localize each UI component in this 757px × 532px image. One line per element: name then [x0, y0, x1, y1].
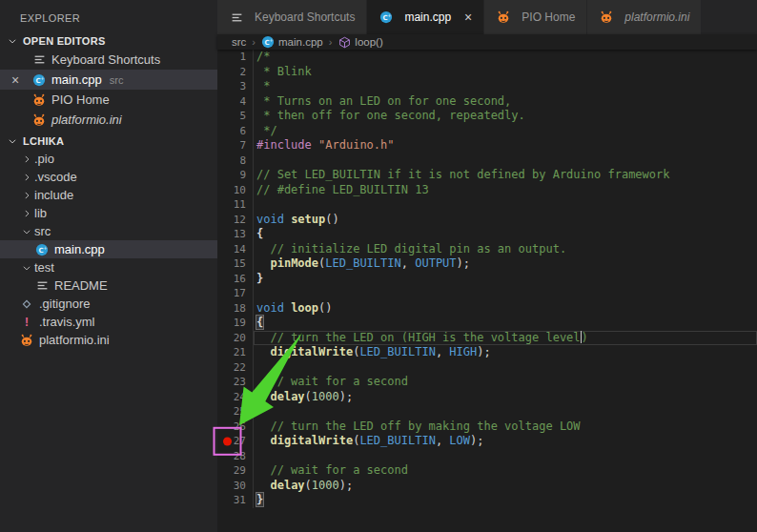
gutter[interactable]: 25: [217, 404, 253, 419]
tab-keyboard-shortcuts[interactable]: Keyboard Shortcuts: [217, 0, 367, 34]
open-editor-label: main.cpp: [51, 72, 102, 87]
chevron-right-icon[interactable]: [19, 209, 34, 218]
gutter[interactable]: 16: [217, 272, 253, 287]
gutter[interactable]: 23: [217, 375, 253, 390]
gutter[interactable]: 2: [217, 65, 253, 80]
tree-item-readme[interactable]: README: [0, 276, 217, 295]
gutter[interactable]: 17: [217, 286, 253, 301]
code-line-content[interactable]: */: [253, 124, 757, 139]
code-token: [256, 434, 270, 447]
tree-item-gitignore[interactable]: .gitignore: [0, 295, 217, 313]
code-line: 11: [217, 197, 757, 213]
gutter[interactable]: 7: [217, 138, 253, 153]
tree-item-platformio-ini[interactable]: platformio.ini: [0, 331, 217, 349]
tree-item-pio[interactable]: .pio: [0, 150, 217, 168]
open-editor-item-pio-home[interactable]: PIO Home: [0, 90, 217, 110]
chevron-down-icon[interactable]: [19, 227, 34, 236]
svg-text:+: +: [269, 37, 273, 43]
tree-item-lib[interactable]: lib: [0, 204, 217, 222]
gutter[interactable]: 13: [217, 227, 253, 242]
code-line-content[interactable]: // wait for a second: [253, 463, 757, 479]
gutter[interactable]: 6: [217, 124, 253, 139]
gutter[interactable]: 5: [217, 109, 253, 124]
gutter[interactable]: 26: [217, 419, 253, 435]
tree-item-src[interactable]: src: [0, 222, 217, 240]
gutter[interactable]: 22: [217, 360, 253, 376]
tree-item-test[interactable]: test: [0, 258, 217, 276]
code-line-content[interactable]: *: [253, 79, 757, 94]
breadcrumb-item-loop[interactable]: loop(): [338, 35, 382, 49]
code-line-content[interactable]: * Blink: [253, 65, 757, 80]
gutter[interactable]: 28: [217, 449, 253, 464]
code-line-content[interactable]: {: [253, 316, 757, 331]
gutter[interactable]: 8: [217, 153, 253, 169]
code-line-content[interactable]: // initialize LED digital pin as an outp…: [253, 242, 757, 257]
open-editor-item-main-cpp[interactable]: ×C+main.cppsrc: [0, 70, 217, 90]
code-line-content[interactable]: [253, 153, 757, 169]
gutter[interactable]: 15: [217, 256, 253, 272]
code-line-content[interactable]: [253, 360, 757, 376]
code-line-content[interactable]: delay(1000);: [253, 390, 757, 405]
open-editor-item-platformio-ini[interactable]: platformio.ini: [0, 110, 217, 130]
code-line-content[interactable]: * Turns on an LED on for one second,: [253, 94, 757, 110]
code-line-content[interactable]: digitalWrite(LED_BUILTIN, LOW);: [253, 434, 757, 449]
code-line-content[interactable]: pinMode(LED_BUILTIN, OUTPUT);: [253, 256, 757, 272]
gutter[interactable]: 18: [217, 301, 253, 317]
code-line-content[interactable]: [253, 197, 757, 213]
breadcrumb-item-src[interactable]: src: [232, 36, 246, 48]
gutter[interactable]: 24: [217, 390, 253, 405]
tree-item-travis-yml[interactable]: !.travis.yml: [0, 313, 217, 331]
code-line-content[interactable]: digitalWrite(LED_BUILTIN, HIGH);: [253, 345, 757, 360]
code-line-content[interactable]: }: [253, 272, 757, 287]
code-line-content[interactable]: // turn the LED off by making the voltag…: [253, 419, 757, 435]
code-line-content[interactable]: }: [253, 493, 757, 508]
code-line-content[interactable]: * then off for one second, repeatedly.: [253, 109, 757, 124]
code-line-content[interactable]: // turn the LED on (HIGH is the voltage …: [253, 331, 757, 346]
breadcrumb-item-main-cpp[interactable]: C+main.cpp: [261, 35, 323, 49]
code-line-content[interactable]: [253, 286, 757, 301]
gutter[interactable]: 10: [217, 183, 253, 198]
tree-item-vscode[interactable]: .vscode: [0, 168, 217, 186]
gutter[interactable]: 12: [217, 213, 253, 228]
tab-platformio-ini[interactable]: platformio.ini: [587, 0, 702, 34]
tree-item-label: .travis.yml: [39, 315, 95, 329]
code-line-content[interactable]: // #define LED_BUILTIN 13: [253, 183, 757, 198]
chevron-down-icon[interactable]: [19, 263, 34, 273]
code-line-content[interactable]: #include "Arduino.h": [253, 138, 757, 153]
open-editor-item-keyboard-shortcuts[interactable]: Keyboard Shortcuts: [0, 50, 217, 70]
gutter[interactable]: 9: [217, 168, 253, 183]
tab-pio-home[interactable]: PIO Home: [484, 0, 587, 34]
tab-close-icon[interactable]: ×: [464, 10, 472, 25]
tree-item-include[interactable]: include: [0, 186, 217, 204]
code-line-content[interactable]: void loop(): [253, 301, 757, 317]
close-icon[interactable]: ×: [11, 72, 31, 88]
gutter[interactable]: 29: [217, 463, 253, 479]
gutter[interactable]: 30: [217, 479, 253, 494]
gutter[interactable]: 31: [217, 493, 253, 508]
code-line-content[interactable]: [253, 404, 757, 419]
gutter[interactable]: 11: [217, 197, 253, 213]
code-line-content[interactable]: {: [253, 227, 757, 242]
gutter[interactable]: 20: [217, 331, 253, 346]
code-line-content[interactable]: // wait for a second: [253, 375, 757, 390]
code-line-content[interactable]: delay(1000);: [253, 479, 757, 494]
gutter[interactable]: 14: [217, 242, 253, 257]
gutter[interactable]: 4: [217, 94, 253, 110]
gutter[interactable]: 3: [217, 79, 253, 94]
code-line-content[interactable]: // Set LED_BUILTIN if it is not defined …: [253, 168, 757, 183]
code-line-content[interactable]: void setup(): [253, 213, 757, 228]
tab-main-cpp[interactable]: C+main.cpp×: [367, 0, 484, 34]
gutter[interactable]: 1: [217, 50, 253, 65]
chevron-right-icon[interactable]: [19, 173, 34, 182]
gutter[interactable]: 19: [217, 316, 253, 331]
gutter[interactable]: 27: [217, 434, 253, 449]
code-line-content[interactable]: /*: [253, 50, 757, 65]
chevron-right-icon[interactable]: [19, 154, 34, 164]
project-header[interactable]: LCHIKA: [0, 132, 217, 150]
tree-item-main-cpp[interactable]: C+main.cpp: [0, 240, 217, 258]
breakpoint-dot[interactable]: [223, 437, 232, 445]
open-editors-header[interactable]: OPEN EDITORS: [0, 31, 217, 50]
code-line-content[interactable]: [253, 449, 757, 464]
gutter[interactable]: 21: [217, 345, 253, 360]
chevron-right-icon[interactable]: [19, 191, 34, 200]
